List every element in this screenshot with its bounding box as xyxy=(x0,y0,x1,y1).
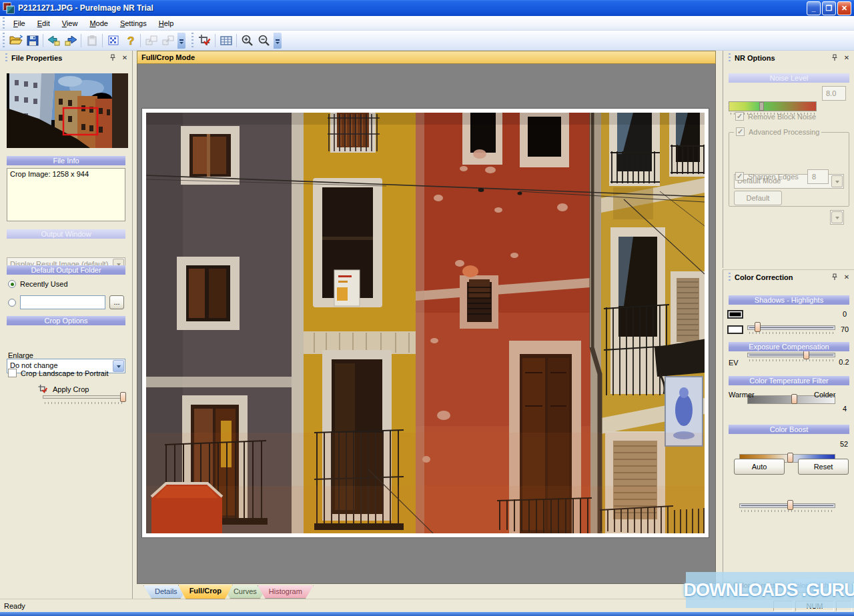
dropdown-arrow-icon[interactable] xyxy=(113,360,124,372)
undo-button[interactable] xyxy=(45,33,62,49)
crop-landscape-checkbox[interactable] xyxy=(8,369,17,377)
app-window: P2121271.JPG - PureImage NR Trial _ ❐ ✕ … xyxy=(0,0,854,616)
close-panel-icon[interactable]: ✕ xyxy=(842,273,851,282)
nr-options-header: NR Options ✕ xyxy=(723,51,854,65)
browse-button[interactable]: ... xyxy=(109,295,124,309)
reset-button[interactable]: Reset xyxy=(798,459,849,475)
slider-thumb[interactable] xyxy=(791,394,797,404)
slider-thumb[interactable] xyxy=(120,392,126,402)
toolbar: ? xyxy=(0,31,854,51)
zoom-in-button[interactable] xyxy=(239,33,256,49)
save-icon xyxy=(25,34,40,47)
shadows-slider[interactable] xyxy=(747,322,835,334)
mode-header-label: Full/Crop Mode xyxy=(141,53,195,61)
title-bar[interactable]: P2121271.JPG - PureImage NR Trial _ ❐ ✕ xyxy=(0,0,854,16)
paste-button xyxy=(83,33,100,49)
enlarge-label: Enlarge xyxy=(8,351,41,359)
toolbar-grip-1[interactable] xyxy=(2,33,5,48)
open-button[interactable] xyxy=(7,33,24,49)
zoom-out-icon xyxy=(257,34,272,47)
nr-default-button: Default xyxy=(734,191,782,205)
svg-text:?: ? xyxy=(127,35,134,47)
apply-crop-button[interactable]: Apply Crop xyxy=(37,384,89,395)
preview-grid-icon xyxy=(106,34,121,47)
image-viewport[interactable] xyxy=(137,64,716,584)
duplicate-window-icon xyxy=(144,34,159,47)
redo-button[interactable] xyxy=(62,33,79,49)
shadows-highlights-header: Shadows - Highlights xyxy=(729,295,849,305)
panel-title: NR Options xyxy=(735,54,775,62)
folder-path-input[interactable] xyxy=(20,295,105,309)
menu-settings[interactable]: Settings xyxy=(114,17,153,29)
remove-block-noise-checkbox: ✓ xyxy=(735,112,744,121)
slider-track[interactable] xyxy=(747,325,835,330)
slider-track[interactable] xyxy=(43,395,124,399)
crop-landscape-option[interactable]: Crop Landscape to Portrait xyxy=(8,369,108,377)
slider-ticks xyxy=(45,402,122,404)
output-window-header: Output Window xyxy=(7,229,125,239)
back-arrow-icon xyxy=(47,34,61,47)
pin-icon[interactable] xyxy=(108,53,117,63)
exposure-header: Exposure Compensation xyxy=(729,342,849,351)
tab-histogram[interactable]: Histogram xyxy=(258,585,314,599)
noise-value-box: 8.0 xyxy=(822,86,846,101)
slider-ticks xyxy=(749,359,833,361)
photo-full-crop[interactable] xyxy=(146,113,705,533)
panel-grip[interactable] xyxy=(728,53,731,63)
restore-button[interactable]: ❐ xyxy=(822,1,836,15)
panel-grip[interactable] xyxy=(728,273,731,282)
thumbnail-image xyxy=(7,73,128,148)
view-tabs: Details Full/Crop Curves Histogram xyxy=(143,585,314,599)
pin-icon[interactable] xyxy=(830,273,839,282)
toolbar-overflow-2[interactable] xyxy=(274,33,282,49)
center-area: Full/Crop Mode xyxy=(137,51,716,599)
zoom-out-button[interactable] xyxy=(256,33,272,49)
clone-window-icon xyxy=(161,34,175,47)
close-panel-icon[interactable]: ✕ xyxy=(842,53,851,63)
app-icon xyxy=(3,2,15,14)
recently-used-option[interactable]: Recently Used xyxy=(8,280,68,288)
custom-folder-option: ... xyxy=(8,295,124,309)
sharpen-edges-label: Sharpen Edges xyxy=(748,173,799,181)
menu-help[interactable]: Help xyxy=(153,17,180,29)
menu-bar: File Edit View Mode Settings Help xyxy=(0,16,854,31)
toolbar-grip-2[interactable] xyxy=(191,33,194,48)
menu-grip[interactable] xyxy=(2,17,5,29)
close-panel-icon[interactable]: ✕ xyxy=(120,53,129,63)
file-properties-panel: File Properties ✕ xyxy=(0,51,133,599)
save-button[interactable] xyxy=(24,33,41,49)
tab-full-crop[interactable]: Full/Crop xyxy=(178,585,233,599)
shadows-swatch xyxy=(727,310,743,319)
slider-thumb[interactable] xyxy=(787,453,793,463)
color-temp-header: Color Temperature Filter xyxy=(729,376,849,385)
preview-button[interactable] xyxy=(105,33,121,49)
menu-view[interactable]: View xyxy=(56,17,84,29)
menu-file[interactable]: File xyxy=(7,17,31,29)
grid-view-button[interactable] xyxy=(218,33,234,49)
advanced-processing-option: ✓ Advanced Processing xyxy=(734,127,821,136)
toolbar-overflow-1[interactable] xyxy=(177,33,185,49)
slider-thumb[interactable] xyxy=(755,322,761,332)
auto-button[interactable]: Auto xyxy=(734,459,785,475)
watermark-text-left: DOWNLOADS xyxy=(684,580,798,601)
slider-track[interactable] xyxy=(747,353,835,357)
file-info-box: Crop Image: 1258 x 944 xyxy=(7,168,125,221)
ev-value: 0.2 xyxy=(835,358,853,366)
forward-arrow-icon xyxy=(63,34,78,47)
highlights-value: 70 xyxy=(837,325,853,333)
image-thumbnail[interactable] xyxy=(7,73,128,148)
custom-folder-radio[interactable] xyxy=(8,299,16,307)
apply-crop-label: Apply Crop xyxy=(53,385,89,393)
apply-crop-toolbar-button[interactable] xyxy=(196,33,213,49)
recently-used-radio[interactable] xyxy=(8,280,16,288)
help-button[interactable]: ? xyxy=(121,33,138,49)
close-button[interactable]: ✕ xyxy=(837,1,851,15)
minimize-button[interactable]: _ xyxy=(807,1,821,15)
slider-thumb[interactable] xyxy=(787,500,793,510)
noise-level-slider xyxy=(729,101,817,113)
menu-edit[interactable]: Edit xyxy=(31,17,56,29)
menu-mode[interactable]: Mode xyxy=(83,17,114,29)
boost-slider[interactable] xyxy=(739,500,835,512)
pin-icon[interactable] xyxy=(830,53,839,63)
panel-grip[interactable] xyxy=(5,53,8,63)
